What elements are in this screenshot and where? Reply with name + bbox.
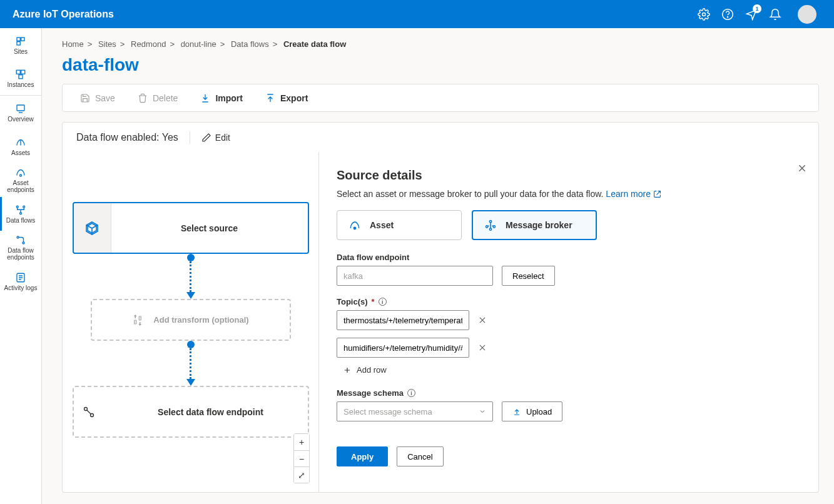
details-title: Source details xyxy=(337,168,801,183)
svg-rect-4 xyxy=(21,38,24,41)
topic-input-0[interactable] xyxy=(337,310,469,330)
svg-point-24 xyxy=(493,226,495,228)
pencil-icon xyxy=(201,133,211,143)
export-label: Export xyxy=(280,93,308,103)
nav-assets[interactable]: Assets xyxy=(0,129,41,163)
crumb-sites[interactable]: Sites xyxy=(98,39,116,49)
crumb-current: Create data flow xyxy=(283,39,346,49)
sites-icon xyxy=(15,36,26,47)
canvas: Select source Add transform (optional) S xyxy=(62,152,819,493)
avatar[interactable] xyxy=(798,5,816,24)
add-row-button[interactable]: Add row xyxy=(343,365,801,375)
schema-select[interactable]: Select message schema xyxy=(337,401,493,421)
page-title: data-flow xyxy=(62,55,819,75)
nav-label: Asset endpoints xyxy=(1,179,40,193)
nav-instances[interactable]: Instances xyxy=(0,62,41,96)
learn-more-link[interactable]: Learn more xyxy=(606,189,661,199)
crumb-redmond[interactable]: Redmond xyxy=(131,39,166,49)
notification-badge: 1 xyxy=(753,4,761,13)
remove-topic-icon[interactable] xyxy=(478,343,487,352)
cube-icon xyxy=(74,203,111,253)
destination-node[interactable]: Select data flow endpoint xyxy=(73,386,309,438)
source-node[interactable]: Select source xyxy=(73,202,309,254)
plus-icon xyxy=(343,366,352,375)
svg-rect-18 xyxy=(140,316,141,320)
asset-endpoints-icon xyxy=(15,167,26,178)
main-content: Home> Sites> Redmond> donut-line> Data f… xyxy=(42,28,834,504)
svg-rect-7 xyxy=(21,70,25,74)
topics-label: Topic(s) * i xyxy=(337,297,801,306)
cancel-button[interactable]: Cancel xyxy=(397,446,443,466)
zoom-in-button[interactable]: + xyxy=(294,434,309,450)
nav-data-flows[interactable]: Data flows xyxy=(0,197,41,231)
svg-point-25 xyxy=(489,228,491,230)
nav-label: Sites xyxy=(14,48,28,55)
svg-rect-9 xyxy=(17,105,24,111)
schema-label: Message schema i xyxy=(337,388,801,398)
info-icon[interactable]: i xyxy=(407,389,415,397)
crumb-donutline[interactable]: donut-line xyxy=(181,39,216,49)
nav-label: Activity logs xyxy=(4,285,38,291)
edit-button[interactable]: Edit xyxy=(201,133,230,143)
message-broker-option[interactable]: Message broker xyxy=(472,210,597,240)
apply-button[interactable]: Apply xyxy=(337,446,388,466)
top-bar: Azure IoT Operations 1 xyxy=(0,0,834,28)
help-icon[interactable] xyxy=(721,8,734,21)
asset-option-icon xyxy=(348,219,361,231)
nav-overview[interactable]: Overview xyxy=(0,96,41,129)
download-icon xyxy=(200,93,210,103)
save-button: Save xyxy=(80,93,115,103)
broker-option-icon xyxy=(484,219,497,231)
remove-topic-icon[interactable] xyxy=(478,316,487,325)
import-button[interactable]: Import xyxy=(200,93,243,103)
svg-rect-5 xyxy=(17,41,20,44)
bell-icon[interactable] xyxy=(769,8,781,21)
nav-data-flow-endpoints[interactable]: Data flow endpoints xyxy=(0,231,41,265)
topic-row xyxy=(337,310,801,330)
asset-option-label: Asset xyxy=(370,220,394,230)
upload-button[interactable]: Upload xyxy=(502,401,562,421)
chevron-down-icon xyxy=(479,408,486,415)
feedback-icon[interactable]: 1 xyxy=(745,8,758,21)
zoom-out-button[interactable]: − xyxy=(294,450,309,466)
nav-activity-logs[interactable]: Activity logs xyxy=(0,265,41,298)
breadcrumb: Home> Sites> Redmond> donut-line> Data f… xyxy=(62,39,819,49)
connector xyxy=(186,254,195,299)
svg-point-11 xyxy=(16,206,18,208)
nav-label: Overview xyxy=(8,116,34,123)
source-type-toggle: Asset Message broker xyxy=(337,210,801,240)
crumb-dataflows[interactable]: Data flows xyxy=(231,39,269,49)
destination-node-label: Select data flow endpoint xyxy=(114,407,308,417)
asset-option[interactable]: Asset xyxy=(337,210,462,240)
nav-asset-endpoints[interactable]: Asset endpoints xyxy=(0,163,41,197)
activity-logs-icon xyxy=(15,272,26,283)
transform-icon xyxy=(132,315,143,326)
topic-input-1[interactable] xyxy=(337,338,469,358)
details-subtitle: Select an asset or message broker to pul… xyxy=(337,189,801,199)
svg-point-22 xyxy=(489,221,491,223)
svg-point-15 xyxy=(23,242,24,244)
reselect-button[interactable]: Reselect xyxy=(502,266,555,286)
transform-node[interactable]: Add transform (optional) xyxy=(91,299,291,341)
svg-rect-17 xyxy=(135,320,136,324)
crumb-home[interactable]: Home xyxy=(62,39,84,49)
assets-icon xyxy=(15,137,26,148)
source-node-label: Select source xyxy=(111,223,308,233)
divider xyxy=(190,131,190,144)
export-button[interactable]: Export xyxy=(265,93,308,103)
delete-label: Delete xyxy=(153,93,178,103)
footer-buttons: Apply Cancel xyxy=(337,446,801,466)
svg-rect-8 xyxy=(19,75,23,79)
zoom-fit-button[interactable]: ⤢ xyxy=(294,466,309,483)
settings-icon[interactable] xyxy=(698,8,710,21)
toolbar: Save Delete Import Export xyxy=(62,84,819,112)
nav-sites[interactable]: Sites xyxy=(0,28,41,62)
nav-label: Assets xyxy=(11,149,30,156)
topic-row xyxy=(337,338,801,358)
zoom-controls: + − ⤢ xyxy=(293,433,310,483)
info-icon[interactable]: i xyxy=(379,298,387,306)
close-icon[interactable] xyxy=(797,163,807,173)
upload-icon xyxy=(512,407,521,416)
status-bar: Data flow enabled: Yes Edit xyxy=(62,122,819,152)
endpoint-input[interactable] xyxy=(337,266,493,286)
